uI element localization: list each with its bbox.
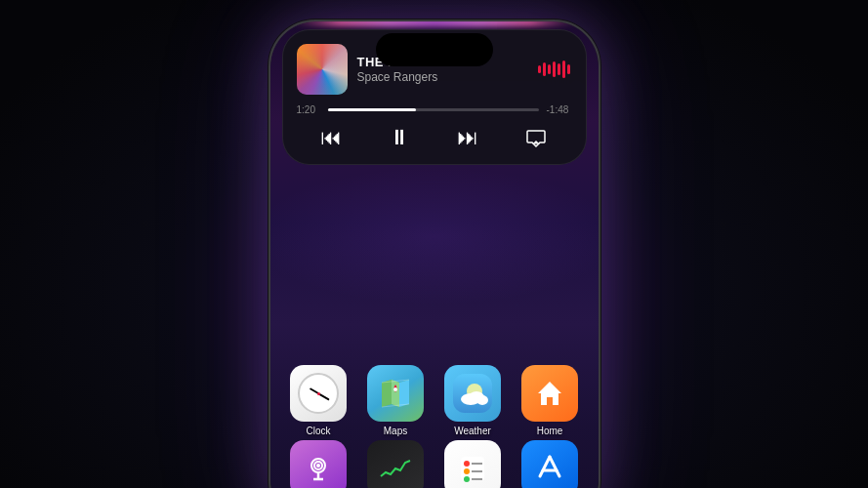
progress-fill [328,108,417,111]
sound-bar-3 [548,64,551,74]
clock-icon [290,365,347,422]
phone-screen: THE MOVE Space Rangers 1:20 [270,21,599,488]
sound-wave-icon [538,61,570,78]
controls-row: ⏮ ⏸ ⏭ [297,125,570,150]
svg-point-20 [464,468,470,474]
app-item-reminders[interactable]: Reminders [439,440,506,488]
svg-point-21 [464,476,470,482]
podcasts-icon [290,440,347,488]
sound-bar-2 [543,62,546,76]
home-svg [532,376,567,411]
stocks-icon [367,440,424,488]
svg-rect-18 [461,457,484,480]
appstore-svg [532,451,567,486]
weather-label: Weather [454,426,491,436]
phone-frame: THE MOVE Space Rangers 1:20 [269,20,600,488]
app-grid: Clock [270,365,599,488]
home-icon [521,365,578,422]
weather-icon [444,365,501,422]
svg-point-12 [476,395,488,405]
time-remaining: -1:48 [547,104,570,115]
clock-label: Clock [306,426,330,436]
sound-bar-7 [567,64,570,74]
app-item-clock[interactable]: Clock [285,365,351,436]
app-row-2: Podcasts Stocks [280,440,589,488]
album-art [297,44,348,95]
scene: THE MOVE Space Rangers 1:20 [0,0,868,488]
app-item-stocks[interactable]: Stocks [362,440,429,488]
pause-button[interactable]: ⏸ [389,125,410,150]
svg-point-5 [393,387,397,391]
clock-face [298,373,339,414]
progress-row: 1:20 -1:48 [297,104,570,115]
maps-svg [377,375,414,412]
podcasts-svg [300,450,337,487]
screen-glow [270,139,599,334]
svg-marker-4 [399,380,409,407]
app-item-appstore[interactable]: App Store [517,440,583,488]
app-item-maps[interactable]: Maps [362,365,429,436]
reminders-svg [455,451,490,486]
sound-bar-5 [558,63,560,75]
svg-point-19 [464,461,470,467]
stocks-svg [376,449,415,488]
svg-marker-3 [392,380,399,407]
rewind-button[interactable]: ⏮ [320,125,342,150]
home-label: Home [537,426,563,436]
clock-dot [317,392,320,395]
dynamic-island [376,33,493,66]
maps-icon [367,365,424,422]
progress-track[interactable] [328,108,539,111]
sound-bar-4 [553,61,556,77]
appstore-icon [521,440,578,488]
svg-line-26 [550,457,559,476]
weather-svg [453,374,492,413]
svg-line-25 [540,457,550,476]
reminders-icon [444,440,501,488]
app-item-home[interactable]: Home [517,365,583,436]
sound-bar-6 [562,61,565,78]
airplay-button[interactable] [525,127,547,148]
forward-button[interactable]: ⏭ [457,125,478,150]
maps-label: Maps [384,426,407,436]
app-item-podcasts[interactable]: Podcasts [285,440,351,488]
sound-bar-1 [538,65,541,73]
svg-point-15 [316,464,320,468]
svg-marker-2 [382,380,392,407]
track-artist: Space Rangers [357,70,528,84]
time-elapsed: 1:20 [297,104,320,115]
app-item-weather[interactable]: Weather [439,365,506,436]
app-row-1: Clock [280,365,589,436]
